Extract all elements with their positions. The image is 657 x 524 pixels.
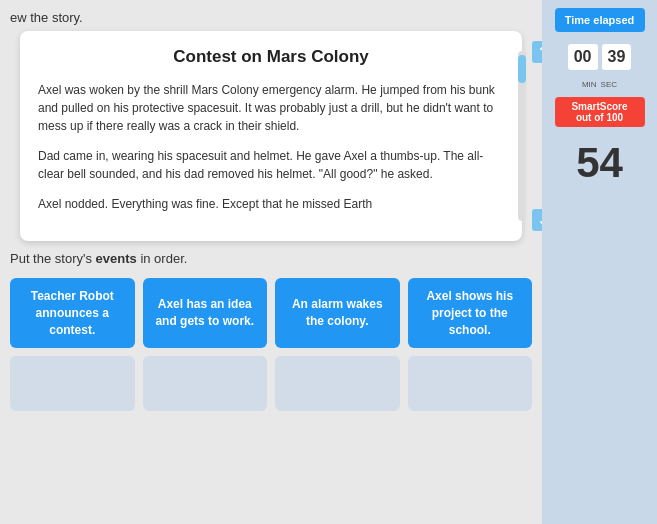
event-card-3[interactable]: An alarm wakes the colony. [275,278,400,348]
time-elapsed-box: Time elapsed [555,8,645,32]
time-seconds: 39 [602,44,632,70]
sec-label: SEC [601,80,617,89]
scroll-up-button[interactable]: ⌃ [532,41,542,63]
story-container: Contest on Mars Colony Axel was woken by… [20,31,522,241]
smart-score-label: SmartScore [563,101,637,112]
empty-placeholder-row [0,356,542,411]
story-paragraph-3: Axel nodded. Everything was fine. Except… [38,195,504,213]
empty-slot-4[interactable] [408,356,533,411]
empty-slot-3[interactable] [275,356,400,411]
story-paragraph-1: Axel was woken by the shrill Mars Colony… [38,81,504,135]
story-title: Contest on Mars Colony [38,47,504,67]
story-body: Axel was woken by the shrill Mars Colony… [38,81,504,213]
event-card-1[interactable]: Teacher Robot announces a contest. [10,278,135,348]
time-elapsed-label: Time elapsed [565,14,635,26]
right-panel: Time elapsed 00 39 MIN SEC SmartScore ou… [542,0,657,524]
scroll-track [518,51,526,221]
instruction-bold: events [96,251,137,266]
main-container: ew the story. Contest on Mars Colony Axe… [0,0,657,524]
review-label: ew the story. [0,10,542,31]
instruction-text-1: Put the story's [10,251,96,266]
time-display: 00 39 [568,44,632,70]
left-panel: ew the story. Contest on Mars Colony Axe… [0,0,542,524]
min-label: MIN [582,80,597,89]
empty-slot-1[interactable] [10,356,135,411]
scroll-thumb [518,55,526,83]
event-card-4[interactable]: Axel shows his project to the school. [408,278,533,348]
smart-score-box: SmartScore out of 100 [555,97,645,127]
chevron-up-icon: ⌃ [537,44,542,60]
empty-slot-2[interactable] [143,356,268,411]
event-card-2[interactable]: Axel has an idea and gets to work. [143,278,268,348]
time-sub-labels: MIN SEC [582,80,617,89]
score-value: 54 [576,139,623,187]
chevron-down-icon: ⌄ [537,212,542,228]
scroll-down-button[interactable]: ⌄ [532,209,542,231]
story-paragraph-2: Dad came in, wearing his spacesuit and h… [38,147,504,183]
instruction-text-2: in order. [137,251,188,266]
story-wrapper: Contest on Mars Colony Axel was woken by… [10,31,532,241]
time-minutes: 00 [568,44,598,70]
events-row: Teacher Robot announces a contest. Axel … [0,278,542,348]
put-in-order-instruction: Put the story's events in order. [0,241,542,274]
smart-score-sublabel: out of 100 [563,112,637,123]
